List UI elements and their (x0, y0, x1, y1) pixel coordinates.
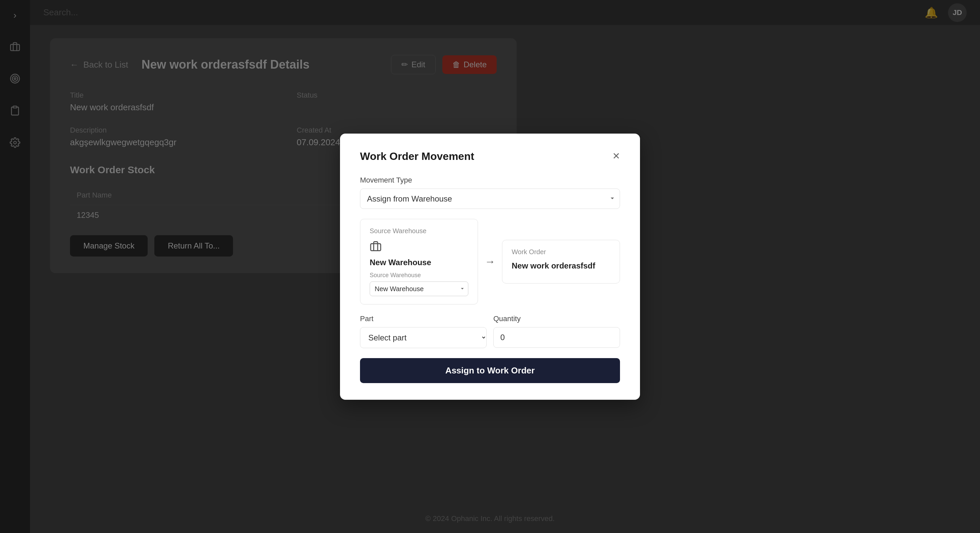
work-order-movement-modal: Work Order Movement ✕ Movement Type Assi… (340, 133, 640, 400)
part-qty-row: Part Select part Quantity (360, 314, 620, 348)
modal-backdrop: Work Order Movement ✕ Movement Type Assi… (0, 0, 980, 533)
source-warehouse-card: Source Warehouse New Warehouse Source Wa… (360, 219, 478, 305)
movement-type-select[interactable]: Assign from Warehouse (360, 189, 620, 209)
quantity-input[interactable] (493, 327, 620, 348)
work-order-card-title: Work Order (512, 248, 610, 256)
movement-type-label: Movement Type (360, 176, 620, 184)
movement-arrow-icon: → (485, 255, 495, 268)
source-card-name: New Warehouse (370, 258, 468, 267)
quantity-field: Quantity (493, 314, 620, 348)
warehouse-card-icon (370, 240, 468, 255)
quantity-label: Quantity (493, 314, 620, 323)
modal-header: Work Order Movement ✕ (360, 150, 620, 163)
source-card-select-label: Source Warehouse (370, 272, 468, 279)
modal-close-button[interactable]: ✕ (612, 152, 620, 161)
work-order-card-name: New work orderasfsdf (512, 261, 610, 271)
part-label: Part (360, 314, 487, 323)
assign-to-work-order-button[interactable]: Assign to Work Order (360, 358, 620, 383)
part-field: Part Select part (360, 314, 487, 348)
source-card-title: Source Warehouse (370, 227, 468, 235)
modal-title: Work Order Movement (360, 150, 474, 163)
svg-rect-6 (371, 244, 381, 251)
movement-row: Source Warehouse New Warehouse Source Wa… (360, 219, 620, 305)
part-select[interactable]: Select part (360, 327, 487, 348)
source-warehouse-select[interactable]: New Warehouse (370, 281, 468, 296)
work-order-card: Work Order New work orderasfsdf (502, 240, 620, 284)
